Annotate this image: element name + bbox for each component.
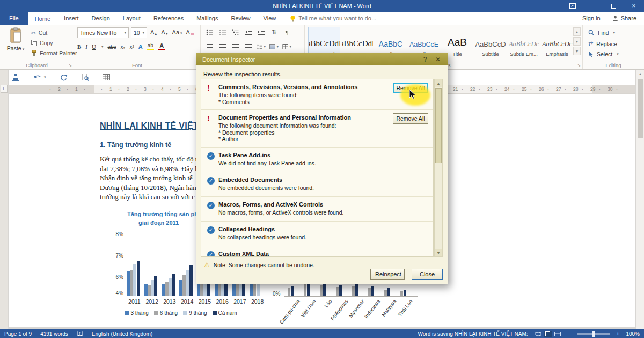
numbering-button[interactable] — [218, 28, 227, 36]
zoom-level[interactable]: 100% — [626, 331, 640, 337]
zoom-slider[interactable] — [577, 333, 610, 335]
format-painter-button[interactable]: Format Painter — [31, 50, 77, 56]
font-color-button[interactable]: A — [158, 43, 165, 50]
grow-font-button[interactable]: A▲ — [150, 29, 157, 35]
word-count[interactable]: 4191 words — [40, 331, 68, 337]
dialog-scrollbar[interactable]: ▲ ▼ — [434, 79, 443, 257]
insert-table-button[interactable] — [103, 74, 110, 80]
redo-button[interactable] — [60, 74, 68, 81]
tab-design[interactable]: Design — [85, 12, 116, 25]
styles-gallery-more-icon[interactable]: ▼ — [573, 47, 581, 55]
italic-button[interactable]: I — [85, 43, 87, 50]
tab-stop-selector[interactable]: L — [1, 85, 8, 93]
dialog-scroll-up-icon[interactable]: ▲ — [435, 79, 442, 87]
subscript-button[interactable]: x₂ — [121, 44, 126, 50]
dialog-close-button[interactable]: Close — [412, 269, 443, 280]
line-spacing-button[interactable]: ▾ — [257, 42, 266, 50]
ruler-mark: 30 — [608, 86, 612, 92]
cut-button[interactable]: ✂Cut — [31, 30, 47, 36]
remove-all-button[interactable]: Remove All — [393, 113, 428, 124]
shrink-font-button[interactable]: A▼ — [161, 29, 168, 35]
styles-scroll-down-icon[interactable]: ▼ — [573, 37, 581, 46]
style-subtle-em-[interactable]: AaBbCcDcSubtle Em... — [508, 27, 540, 60]
scrollbar-thumb[interactable] — [638, 79, 643, 138]
align-right-button[interactable] — [231, 42, 240, 50]
tab-review[interactable]: Review — [225, 12, 257, 25]
tab-view[interactable]: View — [257, 12, 283, 25]
style-emphasis[interactable]: AaBbCcDcEmphasis — [541, 27, 573, 60]
shading-button[interactable]: ▾ — [269, 42, 279, 50]
ruler-mark: · — [118, 86, 120, 92]
replace-button[interactable]: ⇄ Replace — [588, 40, 617, 47]
document-scrollbar[interactable]: ▲ — [636, 70, 644, 329]
align-center-button[interactable] — [218, 42, 227, 50]
proofing-icon[interactable] — [77, 331, 83, 336]
tab-insert[interactable]: Insert — [57, 12, 85, 25]
align-left-button[interactable] — [205, 42, 214, 50]
minimize-button[interactable] — [583, 0, 603, 12]
chart1-year-label: 2013 — [161, 298, 179, 305]
chart1-bar — [148, 285, 151, 296]
undo-button[interactable]: ▾ — [33, 74, 46, 80]
read-mode-icon[interactable] — [535, 331, 542, 337]
print-preview-button[interactable] — [82, 74, 89, 81]
borders-button[interactable]: ▾ — [282, 42, 291, 50]
sort-button[interactable]: ⇅ — [269, 28, 279, 36]
share-button[interactable]: Share — [612, 15, 636, 21]
style-subtitle[interactable]: AaBbCcDSubtitle — [474, 27, 507, 60]
text-effects-button[interactable]: A — [138, 44, 143, 49]
save-button[interactable] — [12, 74, 19, 81]
find-button[interactable]: Find▾ — [588, 30, 615, 36]
tab-home[interactable]: Home — [28, 12, 57, 25]
language-indicator[interactable]: English (United Kingdom) — [92, 331, 152, 337]
dialog-scroll-down-icon[interactable]: ▼ — [435, 249, 442, 256]
close-button[interactable]: × — [624, 0, 644, 12]
vertical-ruler[interactable]: L — [0, 70, 8, 329]
scroll-up-icon[interactable]: ▲ — [636, 70, 644, 78]
web-layout-icon[interactable] — [554, 331, 561, 337]
copy-button[interactable]: Copy — [31, 40, 53, 46]
tell-me-box[interactable]: Tell me what you want to do... — [290, 12, 376, 25]
bullets-button[interactable] — [205, 28, 214, 36]
zoom-in-button[interactable]: + — [616, 330, 619, 337]
dialog-help-button[interactable]: ? — [419, 55, 431, 64]
print-layout-icon[interactable] — [544, 331, 552, 337]
font-size-value: 10 — [134, 30, 140, 36]
font-size-combo[interactable]: 10▾ — [131, 27, 147, 38]
tab-file[interactable]: File — [0, 12, 28, 25]
tab-layout[interactable]: Layout — [116, 12, 147, 25]
format-painter-icon — [31, 50, 37, 56]
sign-in-link[interactable]: Sign in — [582, 15, 601, 21]
page-indicator[interactable]: Page 1 of 9 — [4, 331, 32, 337]
superscript-button[interactable]: x² — [130, 44, 134, 50]
decrease-indent-button[interactable] — [244, 28, 253, 36]
highlight-color-button[interactable]: ab — [147, 43, 154, 50]
tab-references[interactable]: References — [147, 12, 190, 25]
styles-scroll-up-icon[interactable]: ▲ — [573, 27, 581, 36]
multilevel-list-button[interactable] — [231, 28, 240, 36]
styles-dialog-launcher[interactable]: ↘ — [577, 63, 581, 68]
dialog-title-bar[interactable]: Document Inspector ? ✕ — [196, 53, 448, 65]
clear-formatting-button[interactable]: A — [186, 29, 194, 35]
font-name-combo[interactable]: Times New Ro▾ — [77, 27, 129, 38]
maximize-button[interactable] — [603, 0, 624, 12]
dialog-scrollbar-thumb[interactable] — [435, 88, 442, 163]
paste-button[interactable]: Paste▾ — [3, 27, 28, 63]
increase-indent-button[interactable] — [257, 28, 266, 36]
ribbon-display-options-icon[interactable] — [562, 0, 583, 12]
justify-button[interactable] — [244, 42, 253, 50]
clipboard-dialog-launcher[interactable]: ↘ — [68, 63, 72, 68]
tab-mailings[interactable]: Mailings — [190, 12, 224, 25]
show-paragraph-marks-button[interactable]: ¶ — [282, 28, 291, 36]
change-case-button[interactable]: Aa▾ — [172, 29, 182, 35]
chart1-title-line1: Tăng trưởng tổng sản ph — [127, 211, 198, 217]
select-button[interactable]: Select▾ — [588, 51, 619, 57]
zoom-out-button[interactable]: − — [568, 330, 571, 337]
ruler-mark: · — [101, 86, 103, 92]
bold-button[interactable]: B — [77, 43, 81, 50]
dialog-close-icon[interactable]: ✕ — [431, 55, 444, 64]
strikethrough-button[interactable]: abc — [107, 44, 116, 50]
zoom-thumb[interactable] — [592, 331, 595, 337]
underline-button[interactable]: U — [92, 43, 96, 50]
reinspect-button[interactable]: Reinspect — [370, 269, 405, 280]
